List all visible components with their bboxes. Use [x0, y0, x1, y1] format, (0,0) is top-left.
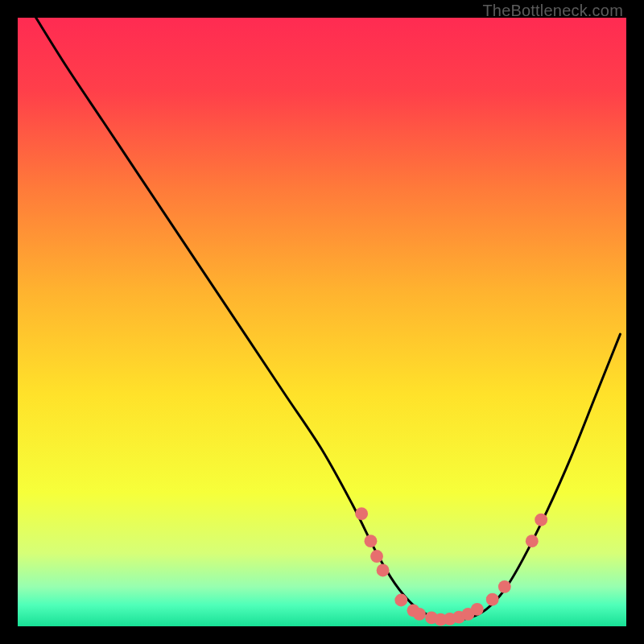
data-marker: [526, 535, 539, 547]
data-marker: [365, 535, 378, 547]
data-marker: [498, 580, 511, 593]
data-marker: [370, 550, 383, 563]
watermark-text: TheBottleneck.com: [482, 2, 623, 20]
data-marker: [413, 608, 426, 621]
data-marker: [535, 514, 547, 526]
data-marker: [355, 507, 368, 520]
data-marker: [394, 594, 407, 607]
data-marker: [486, 593, 499, 606]
bottleneck-chart: [18, 18, 626, 626]
chart-frame: [18, 18, 626, 626]
data-marker: [377, 564, 390, 577]
data-marker: [471, 603, 484, 616]
